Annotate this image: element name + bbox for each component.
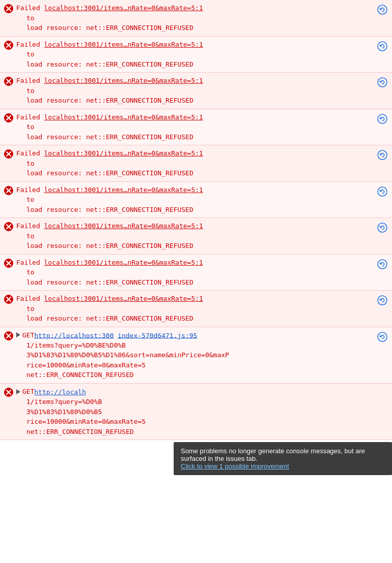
error-text-before: Failed (16, 113, 44, 121)
refresh-icon[interactable] (377, 41, 388, 52)
error-link[interactable]: localhost:3001/items…nRate=0&maxRate=5:1 (44, 41, 203, 48)
error-row: Failed localhost:3001/items…nRate=0&maxR… (0, 109, 392, 146)
get-url-line4: rice=10000&minRate=0&maxRate=5 (16, 417, 388, 427)
refresh-icon[interactable] (377, 295, 388, 306)
get-url-line3: 3%D1%83%D1%80%D0%B5%D1%86&sort=name&minP… (16, 350, 374, 360)
error-icon (4, 331, 13, 340)
error-row: Failed localhost:3001/items…nRate=0&maxR… (0, 291, 392, 327)
error-line3: load resource: net::ERR_CONNECTION_REFUS… (16, 314, 374, 324)
error-content: Failed localhost:3001/items…nRate=0&maxR… (16, 258, 374, 288)
error-link[interactable]: localhost:3001/items…nRate=0&maxRate=5:1 (44, 77, 203, 84)
error-icon (4, 186, 13, 195)
error-line2: to (16, 267, 374, 277)
get-error-row: GET http://localhost:300 index-570d6471.… (0, 327, 392, 384)
get-url-line4: rice=10000&minRate=0&maxRate=5 (16, 360, 374, 370)
error-icon (4, 41, 13, 50)
error-content: Failed localhost:3001/items…nRate=0&maxR… (16, 148, 374, 178)
error-text-before: Failed (16, 222, 44, 230)
error-line3: load resource: net::ERR_CONNECTION_REFUS… (16, 96, 374, 106)
error-icon (4, 388, 13, 397)
error-link[interactable]: localhost:3001/items…nRate=0&maxRate=5:1 (44, 4, 203, 12)
error-text-before: Failed (16, 77, 44, 84)
error-link[interactable]: localhost:3001/items…nRate=0&maxRate=5:1 (44, 295, 203, 302)
error-link[interactable]: localhost:3001/items…nRate=0&maxRate=5:1 (44, 259, 203, 266)
error-text-before: Failed (16, 149, 44, 157)
svg-point-19 (378, 150, 387, 160)
error-row: Failed localhost:3001/items…nRate=0&maxR… (0, 182, 392, 218)
tooltip-overlay: Some problems no longer generate console… (174, 442, 392, 475)
svg-point-31 (378, 260, 387, 269)
error-line2: to (16, 159, 374, 169)
get-error-content: GET http://localhost:300 index-570d6471.… (16, 330, 374, 380)
svg-point-35 (378, 296, 387, 305)
svg-point-3 (378, 5, 387, 14)
error-content: Failed localhost:3001/items…nRate=0&maxR… (16, 185, 374, 215)
error-line2: to (16, 13, 374, 23)
error-content: Failed localhost:3001/items…nRate=0&maxR… (16, 294, 374, 324)
error-line3: load resource: net::ERR_CONNECTION_REFUS… (16, 59, 374, 70)
error-content: Failed localhost:3001/items…nRate=0&maxR… (16, 112, 374, 142)
refresh-icon[interactable] (377, 259, 388, 270)
error-content: Failed localhost:3001/items…nRate=0&maxR… (16, 76, 374, 106)
error-link[interactable]: localhost:3001/items…nRate=0&maxRate=5:1 (44, 186, 203, 194)
error-row: Failed localhost:3001/items…nRate=0&maxR… (0, 255, 392, 291)
error-line3: load resource: net::ERR_CONNECTION_REFUS… (16, 132, 374, 142)
error-line3: load resource: net::ERR_CONNECTION_REFUS… (16, 205, 374, 215)
error-icon (4, 149, 13, 159)
error-text-before: Failed (16, 295, 44, 302)
svg-point-23 (378, 187, 387, 196)
get-error-line: net::ERR_CONNECTION_REFUSED (16, 427, 388, 437)
svg-point-39 (378, 332, 387, 341)
svg-point-27 (378, 223, 387, 232)
error-text-before: Failed (16, 41, 44, 48)
error-icon (4, 77, 13, 86)
refresh-icon[interactable] (377, 4, 388, 15)
error-line3: load resource: net::ERR_CONNECTION_REFUS… (16, 168, 374, 178)
error-row: Failed localhost:3001/items…nRate=0&maxR… (0, 0, 392, 37)
error-line3: load resource: net::ERR_CONNECTION_REFUS… (16, 277, 374, 288)
svg-point-7 (378, 42, 387, 51)
get-url-link[interactable]: http://localhost:300 (34, 331, 114, 339)
refresh-icon[interactable] (377, 149, 388, 161)
refresh-icon[interactable] (377, 113, 388, 124)
get-url-line3: 3%D1%83%D1%80%D0%B5 (16, 407, 388, 417)
error-icon (4, 259, 13, 268)
tooltip-link[interactable]: Click to view 1 possible improvement (181, 462, 289, 470)
get-error-content: GET http://localh 1/items?query=%D0%B 3%… (16, 387, 388, 436)
get-url-link[interactable]: http://localh (34, 388, 86, 396)
get-url-line2: 1/items?query=%D0%B (16, 397, 388, 407)
get-expand-button[interactable]: GET (16, 387, 34, 397)
svg-point-15 (378, 114, 387, 123)
error-icon (4, 295, 13, 304)
refresh-icon[interactable] (377, 77, 388, 88)
get-source-link[interactable]: index-570d6471.js:95 (118, 331, 198, 339)
error-text-before: Failed (16, 4, 44, 12)
tooltip-text: Some problems no longer generate console… (181, 447, 365, 462)
get-expand-button[interactable]: GET (16, 330, 34, 340)
error-link[interactable]: localhost:3001/items…nRate=0&maxRate=5:1 (44, 113, 203, 121)
get-error-row-last: GET http://localh 1/items?query=%D0%B 3%… (0, 384, 392, 440)
refresh-icon[interactable] (377, 331, 388, 342)
error-link[interactable]: localhost:3001/items…nRate=0&maxRate=5:1 (44, 149, 203, 157)
error-line3: load resource: net::ERR_CONNECTION_REFUS… (16, 241, 374, 251)
refresh-icon[interactable] (377, 222, 388, 233)
error-content: Failed localhost:3001/items…nRate=0&maxR… (16, 3, 374, 33)
error-content: Failed localhost:3001/items…nRate=0&maxR… (16, 221, 374, 251)
get-url-line2: 1/items?query=%D0%BE%D0%B (16, 340, 374, 351)
svg-point-11 (378, 78, 387, 87)
error-line2: to (16, 195, 374, 205)
error-text-before: Failed (16, 186, 44, 194)
error-line2: to (16, 304, 374, 314)
error-icon (4, 4, 13, 13)
error-line2: to (16, 231, 374, 241)
error-line3: load resource: net::ERR_CONNECTION_REFUS… (16, 23, 374, 33)
error-icon (4, 113, 13, 122)
error-row: Failed localhost:3001/items…nRate=0&maxR… (0, 73, 392, 109)
error-list: Failed localhost:3001/items…nRate=0&maxR… (0, 0, 392, 440)
error-row: Failed localhost:3001/items…nRate=0&maxR… (0, 218, 392, 255)
refresh-icon[interactable] (377, 186, 388, 197)
error-line2: to (16, 49, 374, 59)
error-row: Failed localhost:3001/items…nRate=0&maxR… (0, 145, 392, 182)
error-line2: to (16, 86, 374, 96)
error-link[interactable]: localhost:3001/items…nRate=0&maxRate=5:1 (44, 222, 203, 230)
